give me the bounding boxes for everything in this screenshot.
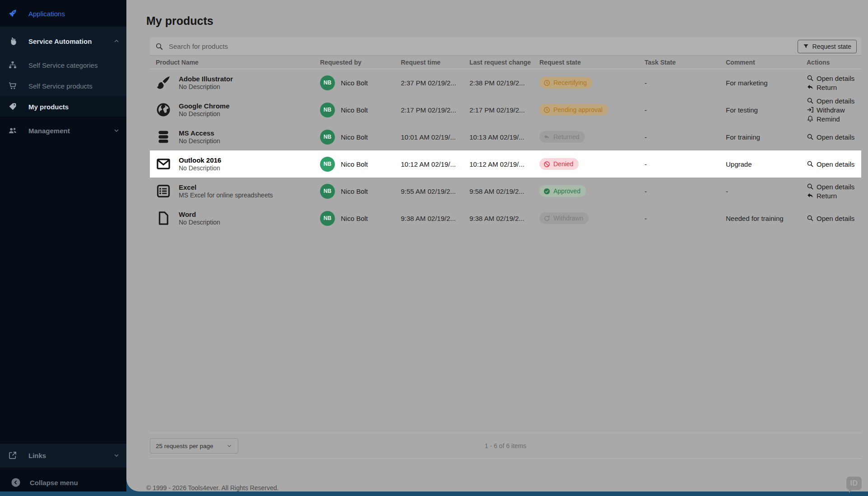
product-description: No Description	[179, 83, 233, 91]
sidebar-item-applications[interactable]: Applications	[0, 3, 126, 24]
remind-link[interactable]: Remind	[807, 115, 861, 123]
task-state: -	[645, 106, 726, 114]
refresh-icon	[543, 215, 550, 222]
avatar: NB	[320, 130, 335, 145]
comment: For testing	[726, 106, 807, 114]
comment: -	[726, 187, 807, 195]
table-row[interactable]: Google Chrome No Description NB Nico Bol…	[150, 96, 861, 123]
chevron-up-icon	[113, 37, 120, 45]
chevron-down-icon	[113, 452, 120, 459]
sidebar-item-label: Management	[28, 127, 70, 135]
envelope-icon	[156, 156, 171, 172]
rocket-icon	[8, 9, 17, 18]
task-state: -	[645, 79, 726, 87]
request-time: 2:17 PM 02/19/2...	[401, 106, 469, 114]
content-card: My products Request state Product Name R…	[126, 0, 868, 491]
withdraw-icon	[807, 106, 814, 113]
product-name: Google Chrome	[179, 102, 230, 110]
open-details-link[interactable]: Open details	[807, 183, 861, 191]
filter-button-label: Request state	[812, 43, 851, 50]
magnifier-icon	[807, 133, 814, 140]
return-link[interactable]: Return	[807, 84, 861, 91]
comment: Needed for training	[726, 215, 807, 222]
tag-icon	[8, 102, 17, 111]
request-state-filter-button[interactable]: Request state	[798, 40, 857, 53]
product-name: Word	[179, 211, 220, 219]
comment: For training	[726, 133, 807, 141]
globe-icon	[156, 102, 171, 117]
search-input[interactable]	[169, 42, 798, 50]
product-name: MS Access	[179, 129, 220, 137]
product-description: No Description	[179, 164, 221, 172]
column-header-last-request-change[interactable]: Last request change	[469, 59, 539, 66]
requested-by: Nico Bolt	[341, 160, 368, 168]
collapse-menu-label: Collapse menu	[30, 479, 78, 487]
clock-icon	[543, 107, 550, 113]
open-details-link[interactable]: Open details	[807, 97, 861, 105]
open-details-link[interactable]: Open details	[807, 215, 861, 222]
sidebar-item-service-automation[interactable]: Service Automation	[0, 31, 126, 51]
users-icon	[8, 126, 17, 135]
column-header-request-time[interactable]: Request time	[401, 59, 469, 66]
sidebar-item-management[interactable]: Management	[0, 120, 126, 141]
sidebar-item-label: Service Automation	[28, 37, 92, 45]
reply-icon	[807, 84, 814, 91]
request-time: 2:37 PM 02/19/2...	[401, 79, 469, 87]
sidebar-item-label: My products	[28, 103, 69, 111]
status-badge: Denied	[539, 158, 579, 170]
return-link[interactable]: Return	[807, 192, 861, 200]
open-details-link[interactable]: Open details	[807, 133, 861, 141]
request-time: 9:55 AM 02/19/2...	[401, 187, 469, 195]
product-name: Excel	[179, 183, 273, 192]
magnifier-icon	[807, 97, 814, 104]
sidebar: Applications Service Automation Self Ser…	[0, 0, 126, 491]
avatar: NB	[320, 184, 335, 199]
requested-by: Nico Bolt	[341, 133, 368, 141]
column-header-requested-by[interactable]: Requested by	[320, 59, 401, 66]
cart-icon	[8, 81, 17, 90]
request-time: 10:12 AM 02/19/...	[401, 160, 469, 168]
column-header-product-name[interactable]: Product Name	[150, 59, 320, 66]
sidebar-item-my-products[interactable]: My products	[0, 96, 126, 117]
sidebar-item-self-service-categories[interactable]: Self Service categories	[0, 55, 126, 75]
column-header-request-state[interactable]: Request state	[539, 59, 645, 66]
task-state: -	[645, 133, 726, 141]
table-row[interactable]: MS Access No Description NB Nico Bolt 10…	[150, 123, 861, 150]
status-badge: Recertifying	[539, 77, 592, 89]
collapse-menu-button[interactable]: Collapse menu	[0, 472, 126, 493]
task-state: -	[645, 187, 726, 195]
sidebar-item-label: Self Service products	[28, 82, 93, 90]
sitemap-icon	[8, 61, 17, 70]
sidebar-item-links[interactable]: Links	[0, 445, 126, 466]
table-row[interactable]: Adobe Illustrator No Description NB Nico…	[150, 69, 861, 96]
last-request-change: 10:13 AM 02/19/...	[469, 133, 539, 141]
product-description: No Description	[179, 219, 220, 226]
sidebar-item-self-service-products[interactable]: Self Service products	[0, 75, 126, 96]
magnifier-icon	[807, 215, 814, 222]
hand-pointer-icon	[8, 37, 17, 46]
avatar: NB	[320, 157, 335, 172]
table-row-highlighted[interactable]: Outlook 2016 No Description NB Nico Bolt…	[150, 150, 861, 178]
sidebar-item-label: Links	[28, 452, 46, 459]
status-badge: Pending approval	[539, 104, 608, 116]
page-title: My products	[146, 14, 868, 28]
last-request-change: 9:38 AM 02/19/2...	[469, 215, 539, 222]
withdraw-link[interactable]: Withdraw	[807, 106, 861, 114]
column-header-comment[interactable]: Comment	[726, 59, 807, 66]
requested-by: Nico Bolt	[341, 106, 368, 114]
table-row[interactable]: Word No Description NB Nico Bolt 9:38 AM…	[150, 205, 861, 232]
column-header-task-state[interactable]: Task State	[645, 59, 726, 66]
check-circle-icon	[543, 188, 550, 195]
table-empty-area	[126, 232, 868, 433]
chevron-down-icon	[113, 127, 120, 134]
comment: Upgrade	[726, 160, 807, 168]
chat-widget-button[interactable]: ID	[846, 477, 862, 490]
open-details-link[interactable]: Open details	[807, 75, 861, 82]
clock-icon	[543, 80, 550, 86]
column-header-actions[interactable]: Actions	[807, 59, 861, 66]
table-row[interactable]: Excel MS Excel for online spreadsheets N…	[150, 178, 861, 205]
open-details-link[interactable]: Open details	[807, 160, 861, 168]
task-state: -	[645, 215, 726, 222]
chevron-left-circle-icon	[11, 477, 21, 487]
request-time: 10:01 AM 02/19/...	[401, 133, 469, 141]
